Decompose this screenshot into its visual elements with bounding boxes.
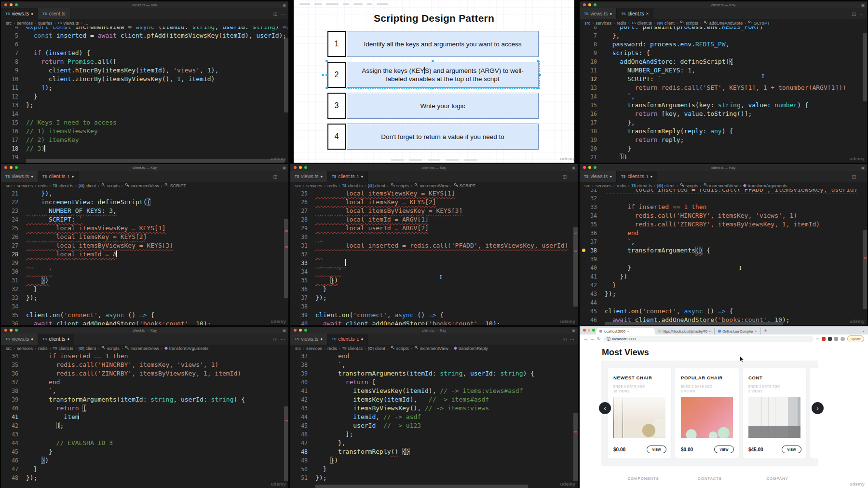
site-info-icon[interactable]: i [607, 337, 610, 341]
footer-link-contacts[interactable]: CONTACTS [698, 476, 722, 481]
more-actions-icon[interactable]: ··· [281, 337, 285, 342]
breadcrumb-item[interactable]: services [17, 21, 33, 26]
step-number-box[interactable]: 3 [327, 93, 346, 119]
footer-link-company[interactable]: COMPANY [766, 476, 788, 481]
breadcrumb-item[interactable]: redis [327, 346, 337, 351]
breadcrumb-item[interactable]: [@]client [657, 21, 675, 26]
breadcrumb-item[interactable]: [@]client [79, 183, 96, 188]
view-button[interactable]: VIEW [647, 446, 666, 453]
breadcrumb-item[interactable]: src [584, 183, 590, 188]
browser-tab-3[interactable]: Online Lua Compiler× [715, 328, 760, 335]
breadcrumb-item[interactable]: transformArguments [743, 183, 787, 188]
breadcrumb-item[interactable]: TSclient.ts [632, 183, 652, 188]
tab-client.ts[interactable]: TSclient.ts [38, 8, 70, 19]
split-editor-icon[interactable]: ◫ [273, 337, 277, 342]
vertical-scrollbar[interactable] [863, 33, 867, 101]
split-editor-icon[interactable]: ◫ [273, 12, 277, 16]
split-editor-icon[interactable]: ◫ [852, 174, 856, 179]
new-tab-icon[interactable]: + [764, 328, 767, 333]
more-actions-icon[interactable]: ··· [281, 174, 285, 179]
breadcrumb-item[interactable]: redis [38, 346, 48, 351]
breadcrumb-item[interactable]: incrementView [414, 183, 448, 188]
more-actions-icon[interactable]: ··· [570, 174, 574, 179]
breadcrumb-item[interactable]: transformReply [454, 346, 488, 351]
address-bar[interactable]: ilocalhost:3000 [603, 336, 814, 342]
minimize-button[interactable] [588, 166, 591, 169]
breadcrumb-item[interactable]: redis [617, 183, 626, 188]
breadcrumb-item[interactable]: TSclient.ts [342, 183, 363, 188]
breadcrumb-item[interactable]: services [596, 183, 611, 188]
breadcrumb-item[interactable]: services [17, 183, 33, 188]
tab-views.ts[interactable]: TSviews.ts● [1, 8, 38, 19]
minimize-button[interactable] [10, 329, 13, 332]
zoom-button[interactable] [304, 166, 307, 169]
more-actions-icon[interactable]: ··· [570, 337, 574, 342]
breadcrumb-item[interactable]: [@]client [368, 346, 385, 351]
zoom-button[interactable] [15, 166, 18, 169]
breadcrumb-item[interactable]: services [596, 21, 611, 26]
breadcrumb-item[interactable]: addOneAndStore [704, 20, 743, 26]
breadcrumb-item[interactable]: transformArguments [164, 346, 209, 351]
breadcrumb-item[interactable]: [@]client [368, 183, 385, 188]
close-button[interactable] [294, 166, 297, 169]
vertical-scrollbar[interactable] [573, 227, 578, 307]
breadcrumb-item[interactable]: incrementView [125, 346, 159, 351]
breadcrumb-item[interactable]: src [295, 183, 301, 188]
forward-icon[interactable]: → [590, 336, 595, 341]
step-text-box[interactable]: Assign the keys (KEYS) and arguments (AR… [347, 62, 539, 88]
breadcrumb-item[interactable]: redis [617, 21, 626, 26]
minimize-button[interactable] [10, 3, 13, 6]
more-actions-icon[interactable]: ··· [281, 12, 285, 16]
breadcrumb-item[interactable]: redis [327, 183, 337, 188]
step-number-box[interactable]: 2 [327, 62, 346, 88]
back-icon[interactable]: ← [583, 336, 588, 341]
breadcrumb-item[interactable]: src [6, 346, 12, 351]
breadcrumb-item[interactable]: TSclient.ts [53, 346, 73, 351]
breadcrumb-item[interactable]: src [6, 183, 12, 188]
breadcrumb-item[interactable]: incrementView [414, 346, 448, 351]
extension-icon-grey[interactable] [834, 337, 838, 341]
step-text-box[interactable]: Don't forget to return a value if you ne… [347, 124, 539, 150]
split-editor-icon[interactable]: ◫ [273, 174, 277, 179]
breadcrumb-item[interactable]: scripts [391, 346, 409, 351]
breadcrumb-item[interactable]: scripts [391, 183, 409, 188]
more-actions-icon[interactable]: ··· [859, 12, 864, 16]
minimize-button[interactable] [588, 3, 591, 6]
tab-views.ts[interactable]: TSviews.ts● [1, 334, 38, 345]
tab-views.ts[interactable]: TSviews.ts● [290, 171, 327, 182]
breadcrumb-item[interactable]: src [584, 21, 590, 26]
breadcrumb-item[interactable]: TSclient.ts [342, 346, 363, 351]
breadcrumb-item[interactable]: TSclient.ts [632, 21, 652, 26]
split-editor-icon[interactable]: ◫ [562, 174, 567, 179]
horizontal-scrollbar[interactable] [315, 485, 528, 488]
vertical-scrollbar[interactable] [284, 38, 288, 112]
horizontal-scrollbar[interactable] [26, 159, 285, 163]
tab-views.ts[interactable]: TSviews.ts● [580, 8, 617, 19]
close-button[interactable] [294, 329, 297, 332]
breadcrumb-item[interactable]: redis [38, 183, 48, 188]
breadcrumb-item[interactable]: … [84, 21, 89, 26]
vertical-scrollbar[interactable] [284, 406, 288, 481]
split-editor-icon[interactable]: ◫ [562, 337, 567, 342]
browser-tab-2[interactable]: https://rbook.cloud/jshashy/40× [655, 328, 715, 335]
breadcrumb-item[interactable]: SCRIPT [748, 20, 770, 26]
horizontal-scrollbar[interactable] [605, 322, 783, 325]
split-editor-icon[interactable]: ◫ [852, 12, 856, 16]
vertical-scrollbar[interactable] [573, 413, 578, 481]
minimize-button[interactable] [10, 166, 13, 169]
breadcrumb-item[interactable]: incrementView [125, 183, 159, 188]
close-icon[interactable]: × [755, 329, 757, 334]
breadcrumb-item[interactable]: TSviews.ts [58, 21, 79, 26]
close-icon[interactable]: × [627, 329, 629, 334]
tab-client.ts[interactable]: TSclient.ts1● [38, 171, 79, 182]
breadcrumb-item[interactable]: src [6, 21, 12, 26]
breadcrumb-item[interactable]: scripts [101, 346, 120, 351]
breadcrumb-item[interactable]: services [306, 183, 322, 188]
profile-avatar[interactable] [841, 337, 845, 341]
tab-client.ts[interactable]: TSclient.ts1● [617, 171, 657, 182]
breadcrumb-item[interactable]: src [295, 346, 301, 351]
minimize-button[interactable] [299, 329, 302, 332]
close-icon[interactable]: × [646, 11, 649, 16]
zoom-button[interactable] [15, 329, 18, 332]
view-button[interactable]: VIEW [782, 446, 801, 453]
